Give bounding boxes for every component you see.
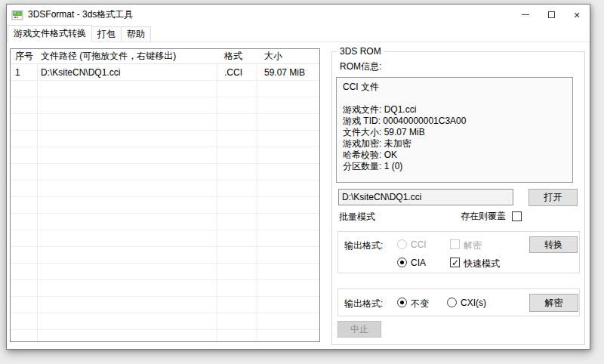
table-row[interactable]: 1 D:\KsiteCN\DQ1.cci .CCI 59.07 MiB xyxy=(11,64,319,81)
tab-game-format-convert[interactable]: 游戏文件格式转换 xyxy=(8,25,92,42)
cell-index: 1 xyxy=(15,67,20,78)
rom-info-label: ROM信息: xyxy=(340,60,381,73)
batch-mode-label: 批量模式 xyxy=(339,211,375,224)
column-header-size[interactable]: 大小 xyxy=(264,50,282,63)
rom-group: 3DS ROM ROM信息: CCI 文件 游戏文件: DQ1.cci 游戏 T… xyxy=(331,51,585,345)
radio-cia-label: CIA xyxy=(411,258,426,268)
abort-button: 中止 xyxy=(337,321,381,338)
radio-cci xyxy=(397,239,407,249)
maximize-icon xyxy=(548,11,555,18)
tab-bar: 游戏文件格式转换 打包 帮助 xyxy=(7,25,590,42)
tab-pack[interactable]: 打包 xyxy=(91,26,122,42)
fast-mode-label: 快速模式 xyxy=(464,258,500,270)
tab-help[interactable]: 帮助 xyxy=(121,26,151,42)
column-divider xyxy=(37,49,38,341)
fast-mode-checkbox[interactable] xyxy=(450,258,460,267)
rom-info-box: CCI 文件 游戏文件: DQ1.cci 游戏 TID: 00040000001… xyxy=(336,77,573,183)
decrypt-button[interactable]: 解密 xyxy=(529,294,578,312)
window-title: 3DSFormat - 3ds格式工具 xyxy=(28,8,133,21)
radio-cia[interactable] xyxy=(397,258,407,267)
cell-path: D:\KsiteCN\DQ1.cci xyxy=(41,67,120,78)
overwrite-label: 存在则覆盖 xyxy=(461,210,506,223)
radio-cci-label: CCI xyxy=(411,239,427,250)
output-format-label: 输出格式: xyxy=(344,239,383,252)
column-header-path[interactable]: 文件路径 (可拖放文件，右键移出) xyxy=(41,50,176,63)
decrypt-checkbox-label: 解密 xyxy=(464,239,482,252)
radio-unchanged-label: 不变 xyxy=(411,298,429,310)
app-window: 3DSFormat - 3ds格式工具 游戏文件格式转换 打包 帮助 序号 文件… xyxy=(6,4,590,350)
column-divider xyxy=(217,49,217,341)
close-icon xyxy=(573,10,580,20)
radio-cxi[interactable] xyxy=(447,298,457,307)
table-row-gridlines xyxy=(11,64,319,341)
convert-button[interactable]: 转换 xyxy=(529,236,578,253)
title-bar[interactable]: 3DSFormat - 3ds格式工具 xyxy=(7,5,590,25)
radio-unchanged[interactable] xyxy=(397,298,407,307)
overwrite-option[interactable]: 存在则覆盖 xyxy=(461,210,522,223)
decrypt-checkbox xyxy=(450,239,460,249)
cell-size: 59.07 MiB xyxy=(264,67,305,78)
close-button[interactable] xyxy=(564,5,590,25)
file-table-grid: 序号 文件路径 (可拖放文件，右键移出) 格式 大小 1 D:\KsiteCN\… xyxy=(11,49,319,341)
file-table[interactable]: 序号 文件路径 (可拖放文件，右键移出) 格式 大小 1 D:\KsiteCN\… xyxy=(10,48,320,342)
table-header[interactable]: 序号 文件路径 (可拖放文件，右键移出) 格式 大小 xyxy=(11,49,319,64)
column-header-index[interactable]: 序号 xyxy=(15,50,33,63)
radio-cxi-label: CXI(s) xyxy=(461,298,486,308)
output-format-label-2: 输出格式: xyxy=(344,298,383,310)
open-button[interactable]: 打开 xyxy=(528,189,578,206)
overwrite-checkbox[interactable] xyxy=(512,211,522,221)
column-divider xyxy=(257,49,257,341)
minimize-icon xyxy=(522,14,529,15)
maximize-button[interactable] xyxy=(538,5,564,25)
minimize-button[interactable] xyxy=(513,5,538,25)
rom-group-title: 3DS ROM xyxy=(337,46,384,57)
decrypt-group: 输出格式: 不变 CXI(s) 解密 xyxy=(337,288,580,316)
file-path-input[interactable] xyxy=(338,189,513,205)
app-icon xyxy=(11,9,23,21)
column-header-format[interactable]: 格式 xyxy=(224,50,242,63)
cell-format: .CCI xyxy=(224,67,242,78)
convert-group: 输出格式: CCI 解密 转换 CIA 快速模式 xyxy=(337,231,580,273)
